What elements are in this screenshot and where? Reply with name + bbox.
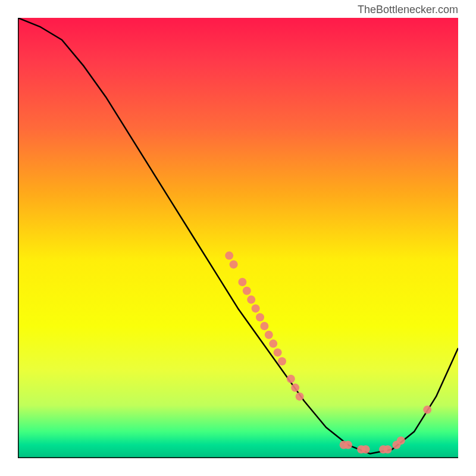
chart-container: TheBottlenecker.com [0, 0, 476, 476]
plot-gradient-background [18, 18, 458, 458]
attribution-text: TheBottlenecker.com [358, 4, 458, 16]
